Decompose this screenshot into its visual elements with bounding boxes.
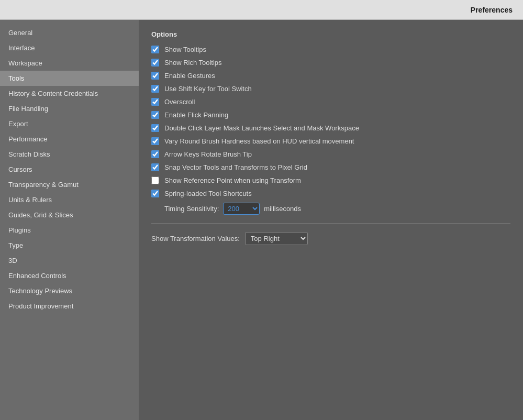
sidebar-item-tools[interactable]: Tools xyxy=(0,71,139,86)
checkbox-row-enable-gestures: Enable Gestures xyxy=(151,72,510,80)
sidebar-item-3d[interactable]: 3D xyxy=(0,253,139,268)
checkbox-label-double-click-layer-mask: Double Click Layer Mask Launches Select … xyxy=(164,124,359,132)
checkbox-label-show-reference-point: Show Reference Point when using Transfor… xyxy=(164,176,301,184)
checkbox-row-arrow-keys-rotate: Arrow Keys Rotate Brush Tip xyxy=(151,150,510,158)
timing-sensitivity-label: Timing Sensitivity: xyxy=(164,205,219,213)
checkbox-label-arrow-keys-rotate: Arrow Keys Rotate Brush Tip xyxy=(164,150,252,158)
checkbox-row-show-rich-tooltips: Show Rich Tooltips xyxy=(151,59,510,67)
checkbox-enable-gestures[interactable] xyxy=(151,72,159,80)
checkbox-label-show-rich-tooltips: Show Rich Tooltips xyxy=(164,59,222,67)
checkbox-enable-flick-panning[interactable] xyxy=(151,111,159,119)
options-section: Options Show TooltipsShow Rich TooltipsE… xyxy=(151,30,510,245)
sidebar-item-guides[interactable]: Guides, Grid & Slices xyxy=(0,207,139,223)
transform-values-row: Show Transformation Values: Top LeftTop … xyxy=(151,232,510,245)
checkbox-label-show-tooltips: Show Tooltips xyxy=(164,46,206,53)
sidebar-item-units[interactable]: Units & Rulers xyxy=(0,192,139,207)
transform-values-select[interactable]: Top LeftTop RightBottom LeftBottom Right… xyxy=(245,232,308,245)
checkbox-show-rich-tooltips[interactable] xyxy=(151,59,159,67)
checkboxes-container: Show TooltipsShow Rich TooltipsEnable Ge… xyxy=(151,46,510,197)
checkbox-show-reference-point[interactable] xyxy=(151,176,159,184)
sidebar-item-interface[interactable]: Interface xyxy=(0,40,139,56)
sidebar-item-performance[interactable]: Performance xyxy=(0,131,139,147)
checkbox-use-shift-key[interactable] xyxy=(151,85,159,93)
divider xyxy=(151,223,510,224)
window-title: Preferences xyxy=(471,6,513,14)
checkbox-double-click-layer-mask[interactable] xyxy=(151,124,159,132)
title-bar: Preferences xyxy=(0,0,523,20)
sidebar-item-tech-previews[interactable]: Technology Previews xyxy=(0,283,139,299)
sidebar-item-type[interactable]: Type xyxy=(0,238,139,253)
checkbox-label-spring-loaded: Spring-loaded Tool Shortcuts xyxy=(164,190,252,197)
checkbox-row-snap-vector: Snap Vector Tools and Transforms to Pixe… xyxy=(151,163,510,171)
checkbox-row-overscroll: Overscroll xyxy=(151,98,510,106)
checkbox-spring-loaded[interactable] xyxy=(151,190,159,197)
checkbox-row-enable-flick-panning: Enable Flick Panning xyxy=(151,111,510,119)
sidebar-item-enhanced[interactable]: Enhanced Controls xyxy=(0,268,139,283)
checkbox-row-vary-round-brush: Vary Round Brush Hardness based on HUD v… xyxy=(151,137,510,145)
checkbox-row-double-click-layer-mask: Double Click Layer Mask Launches Select … xyxy=(151,124,510,132)
checkbox-overscroll[interactable] xyxy=(151,98,159,106)
sidebar-item-file-handling[interactable]: File Handling xyxy=(0,101,139,116)
checkbox-snap-vector[interactable] xyxy=(151,163,159,171)
timing-sensitivity-select[interactable]: 100150200250300400500 xyxy=(223,203,260,215)
checkbox-label-overscroll: Overscroll xyxy=(164,98,195,106)
checkbox-label-snap-vector: Snap Vector Tools and Transforms to Pixe… xyxy=(164,163,307,171)
sidebar-item-workspace[interactable]: Workspace xyxy=(0,56,139,71)
timing-sensitivity-row: Timing Sensitivity: 10015020025030040050… xyxy=(164,203,510,215)
checkbox-label-enable-flick-panning: Enable Flick Panning xyxy=(164,111,228,119)
sidebar: GeneralInterfaceWorkspaceToolsHistory & … xyxy=(0,20,139,420)
checkbox-arrow-keys-rotate[interactable] xyxy=(151,150,159,158)
sidebar-item-cursors[interactable]: Cursors xyxy=(0,162,139,177)
sidebar-item-transparency[interactable]: Transparency & Gamut xyxy=(0,177,139,192)
section-title: Options xyxy=(151,30,510,38)
sidebar-item-scratch-disks[interactable]: Scratch Disks xyxy=(0,147,139,162)
panel: Options Show TooltipsShow Rich TooltipsE… xyxy=(139,20,523,420)
sidebar-item-history[interactable]: History & Content Credentials xyxy=(0,86,139,101)
checkbox-label-use-shift-key: Use Shift Key for Tool Switch xyxy=(164,85,252,93)
checkbox-row-show-reference-point: Show Reference Point when using Transfor… xyxy=(151,176,510,184)
main-content: GeneralInterfaceWorkspaceToolsHistory & … xyxy=(0,20,523,420)
checkbox-label-vary-round-brush: Vary Round Brush Hardness based on HUD v… xyxy=(164,137,354,145)
sidebar-item-plugins[interactable]: Plugins xyxy=(0,223,139,238)
checkbox-row-show-tooltips: Show Tooltips xyxy=(151,46,510,53)
sidebar-item-product[interactable]: Product Improvement xyxy=(0,299,139,314)
timing-unit-label: milliseconds xyxy=(264,205,301,213)
checkbox-show-tooltips[interactable] xyxy=(151,46,159,53)
checkbox-label-enable-gestures: Enable Gestures xyxy=(164,72,215,80)
checkbox-vary-round-brush[interactable] xyxy=(151,137,159,145)
checkbox-row-use-shift-key: Use Shift Key for Tool Switch xyxy=(151,85,510,93)
transform-values-label: Show Transformation Values: xyxy=(151,235,240,242)
checkbox-row-spring-loaded: Spring-loaded Tool Shortcuts xyxy=(151,190,510,197)
sidebar-item-export[interactable]: Export xyxy=(0,116,139,131)
sidebar-item-general[interactable]: General xyxy=(0,25,139,40)
